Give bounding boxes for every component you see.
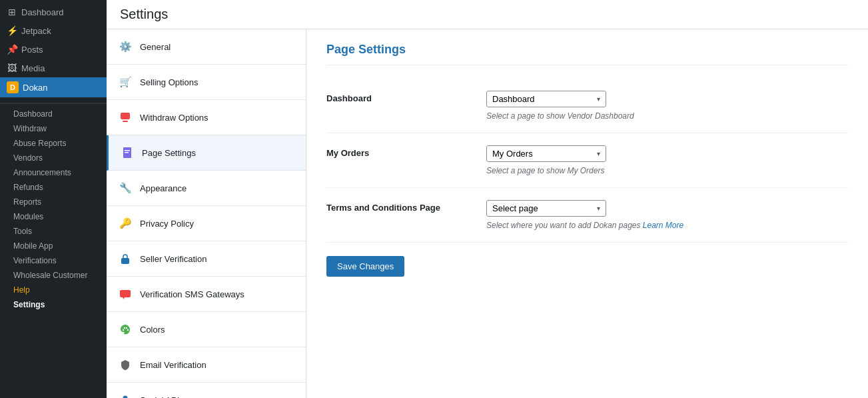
subnav-withdraw-options[interactable]: Withdraw Options — [107, 100, 306, 135]
submenu-modules[interactable]: Modules — [0, 209, 107, 224]
withdraw-icon — [117, 109, 133, 125]
nav-media[interactable]: 🖼 Media — [0, 59, 107, 77]
settings-panel: Page Settings Dashboard Dashboard ▾ Sele… — [306, 29, 868, 398]
shield-icon — [117, 357, 133, 373]
subnav-general-label: General — [140, 42, 171, 52]
nav-dashboard-label: Dashboard — [21, 7, 64, 17]
submenu-verifications[interactable]: Verifications — [0, 253, 107, 268]
submenu-announcements[interactable]: Announcements — [0, 165, 107, 180]
subnav-page-label: Page Settings — [142, 148, 196, 158]
subnav-seller-label: Seller Verification — [140, 254, 207, 264]
submenu-reports[interactable]: Reports — [0, 195, 107, 209]
subnav-general[interactable]: ⚙️ General — [107, 29, 306, 65]
my-orders-select-value: My Orders — [492, 149, 533, 159]
subnav-appearance[interactable]: 🔧 Appearance — [107, 171, 306, 206]
submenu-dashboard[interactable]: Dashboard — [0, 107, 107, 121]
field-myorders-help: Select a page to show My Orders — [486, 166, 848, 175]
nav-dokan[interactable]: D Dokan — [0, 77, 107, 97]
chevron-down-icon: ▾ — [597, 95, 600, 103]
submenu-wholesale-customer[interactable]: Wholesale Customer — [0, 268, 107, 283]
field-dashboard: Dashboard Dashboard ▾ Select a page to s… — [326, 79, 848, 133]
jetpack-icon: ⚡ — [7, 25, 17, 36]
subnav-seller-verification[interactable]: Seller Verification — [107, 241, 306, 277]
my-orders-select[interactable]: My Orders ▾ — [486, 145, 606, 162]
svg-point-11 — [127, 329, 129, 331]
dashboard-icon: ⊞ — [7, 7, 17, 17]
dashboard-select[interactable]: Dashboard ▾ — [486, 91, 606, 107]
svg-point-10 — [126, 327, 127, 329]
subnav-colors-label: Colors — [140, 325, 165, 335]
page-icon — [119, 145, 135, 161]
dokan-icon: D — [7, 81, 19, 93]
field-myorders-label: My Orders — [326, 145, 473, 158]
svg-rect-5 — [121, 258, 129, 264]
nav-dokan-label: Dokan — [23, 83, 48, 93]
subnav-verification-sms[interactable]: Verification SMS Gateways — [107, 277, 306, 312]
subnav-page-settings[interactable]: Page Settings — [107, 135, 306, 171]
nav-media-label: Media — [21, 63, 45, 73]
svg-rect-0 — [121, 113, 130, 119]
field-myorders-content: My Orders ▾ Select a page to show My Ord… — [486, 145, 848, 175]
panel-title: Page Settings — [326, 43, 848, 65]
subnav-email-verification[interactable]: Email Verification — [107, 347, 306, 383]
field-my-orders: My Orders My Orders ▾ Select a page to s… — [326, 133, 848, 188]
lock-icon — [117, 251, 133, 267]
subnav-social-label: Social API — [140, 395, 179, 399]
subnav-email-label: Email Verification — [140, 360, 207, 370]
cart-icon: 🛒 — [117, 74, 133, 90]
colors-icon — [117, 321, 133, 337]
page-title: Settings — [107, 0, 868, 29]
subnav-selling-options[interactable]: 🛒 Selling Options — [107, 65, 306, 100]
field-terms-label: Terms and Conditions Page — [326, 200, 473, 213]
subnav-sms-label: Verification SMS Gateways — [140, 289, 244, 299]
submenu-help[interactable]: Help — [0, 283, 107, 297]
nav-posts-label: Posts — [21, 45, 43, 55]
svg-point-9 — [124, 327, 125, 329]
svg-point-8 — [123, 329, 124, 331]
main-area: Settings ⚙️ General 🛒 Selling Options Wi… — [107, 0, 868, 398]
chevron-down-icon: ▾ — [597, 205, 600, 212]
person-icon — [117, 392, 133, 398]
save-changes-button[interactable]: Save Changes — [326, 256, 404, 277]
admin-sidebar: ⊞ Dashboard ⚡ Jetpack 📌 Posts 🖼 Media D … — [0, 0, 107, 398]
submenu-tools[interactable]: Tools — [0, 224, 107, 239]
subnav-colors[interactable]: Colors — [107, 312, 306, 347]
terms-select[interactable]: Select page ▾ — [486, 200, 606, 217]
key-icon: 🔑 — [117, 215, 133, 231]
field-dashboard-content: Dashboard ▾ Select a page to show Vendor… — [486, 91, 848, 121]
svg-point-12 — [123, 396, 128, 399]
field-dashboard-label: Dashboard — [326, 91, 473, 103]
admin-nav-top: ⊞ Dashboard ⚡ Jetpack 📌 Posts 🖼 Media D … — [0, 0, 107, 103]
dokan-submenu: Dashboard Withdraw Abuse Reports Vendors… — [0, 103, 107, 315]
svg-rect-6 — [120, 290, 131, 297]
subnav-appearance-label: Appearance — [140, 183, 187, 193]
chevron-down-icon: ▾ — [597, 150, 600, 157]
posts-icon: 📌 — [7, 44, 17, 55]
subnav-withdraw-label: Withdraw Options — [140, 113, 209, 123]
terms-select-value: Select page — [492, 203, 538, 213]
wrench-icon: 🔧 — [117, 180, 133, 196]
submenu-withdraw[interactable]: Withdraw — [0, 121, 107, 136]
field-terms-help: Select where you want to add Dokan pages… — [486, 221, 848, 230]
field-dashboard-help: Select a page to show Vendor Dashboard — [486, 111, 848, 121]
field-terms: Terms and Conditions Page Select page ▾ … — [326, 188, 848, 243]
subnav-privacy-label: Privacy Policy — [140, 219, 194, 229]
gear-icon: ⚙️ — [117, 39, 133, 55]
submenu-refunds[interactable]: Refunds — [0, 180, 107, 195]
submenu-vendors[interactable]: Vendors — [0, 151, 107, 165]
nav-dashboard[interactable]: ⊞ Dashboard — [0, 3, 107, 21]
subnav-privacy-policy[interactable]: 🔑 Privacy Policy — [107, 206, 306, 241]
content-body: ⚙️ General 🛒 Selling Options Withdraw Op… — [107, 29, 868, 398]
submenu-settings[interactable]: Settings — [0, 297, 107, 312]
nav-jetpack[interactable]: ⚡ Jetpack — [0, 21, 107, 40]
nav-posts[interactable]: 📌 Posts — [0, 40, 107, 59]
submenu-mobile-app[interactable]: Mobile App — [0, 239, 107, 253]
settings-subnav: ⚙️ General 🛒 Selling Options Withdraw Op… — [107, 29, 306, 398]
submenu-abuse-reports[interactable]: Abuse Reports — [0, 136, 107, 151]
nav-jetpack-label: Jetpack — [21, 26, 51, 36]
svg-marker-7 — [123, 297, 125, 299]
learn-more-link[interactable]: Learn More — [643, 221, 683, 230]
subnav-social-api[interactable]: Social API — [107, 383, 306, 398]
field-terms-content: Select page ▾ Select where you want to a… — [486, 200, 848, 230]
svg-rect-4 — [125, 152, 129, 153]
